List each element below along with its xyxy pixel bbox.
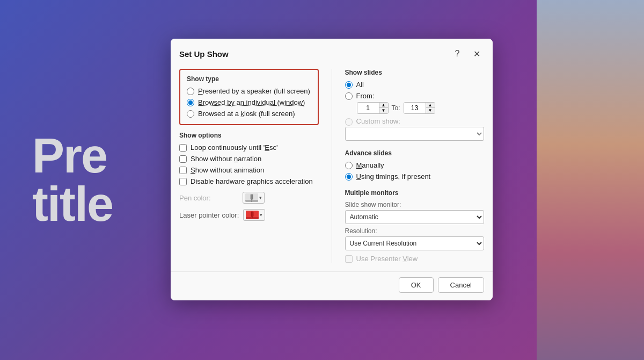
radio-custom-input[interactable] <box>345 118 353 126</box>
setup-show-dialog: Set Up Show ? ✕ Show type Presented by a… <box>171 39 493 300</box>
show-options-checkbox-group: Loop continuously until 'Esc' Show witho… <box>179 143 319 185</box>
radio-timings[interactable]: Using timings, if present <box>345 172 485 181</box>
presenter-view-input[interactable] <box>345 255 353 263</box>
radio-kiosk-label: Browsed at a kiosk (full screen) <box>198 110 295 118</box>
checkbox-no-animation[interactable]: Show without animation <box>179 166 319 174</box>
resolution-label: Resolution: <box>345 227 485 235</box>
pen-color-label: Pen color: <box>179 194 238 202</box>
pen-color-dropdown-arrow: ▾ <box>259 195 262 200</box>
pen-color-swatch <box>245 193 258 202</box>
resolution-select[interactable]: Use Current Resolution <box>345 236 485 250</box>
dialog-title-actions: ? ✕ <box>450 46 484 61</box>
radio-from-label: From: <box>356 92 375 100</box>
radio-speaker[interactable]: Presented by a speaker (full screen) <box>187 87 311 95</box>
radio-speaker-label: Presented by a speaker (full screen) <box>198 87 310 95</box>
from-to-row: ▲ ▼ To: ▲ ▼ <box>357 102 485 114</box>
radio-individual-input[interactable] <box>187 99 194 106</box>
from-spinner: ▲ ▼ <box>379 103 388 113</box>
radio-timings-label: Using timings, if present <box>356 172 431 181</box>
dialog-footer: OK Cancel <box>171 271 493 300</box>
multiple-monitors-section: Multiple monitors Slide show monitor: Au… <box>345 189 485 263</box>
checkbox-loop-label: Loop continuously until 'Esc' <box>191 143 278 152</box>
custom-show-select[interactable] <box>345 127 485 141</box>
from-spinner-up[interactable]: ▲ <box>379 103 388 108</box>
svg-marker-2 <box>251 195 253 200</box>
laser-color-row: Laser pointer color: ▾ <box>179 209 319 221</box>
show-slides-radio-group: All From: <box>345 81 485 100</box>
radio-all-input[interactable] <box>345 81 353 89</box>
svg-marker-6 <box>251 212 253 218</box>
laser-color-label: Laser pointer color: <box>179 211 239 219</box>
radio-individual[interactable]: Browsed by an individual (window) <box>187 98 311 106</box>
column-divider <box>332 69 332 263</box>
checkbox-disable-hw-input[interactable] <box>179 178 187 185</box>
presenter-view-label: Use Presenter View <box>356 255 418 263</box>
dialog-title: Set Up Show <box>179 49 229 59</box>
to-number-input[interactable] <box>404 103 426 113</box>
checkbox-no-narration-label: Show without narration <box>191 155 261 163</box>
show-type-radio-group: Presented by a speaker (full screen) Bro… <box>187 87 311 118</box>
checkbox-no-animation-input[interactable] <box>179 167 187 174</box>
dialog-body: Show type Presented by a speaker (full s… <box>171 67 493 271</box>
advance-slides-label: Advance slides <box>345 149 485 157</box>
checkbox-no-narration-input[interactable] <box>179 155 187 163</box>
radio-speaker-input[interactable] <box>187 88 194 95</box>
from-spinner-down[interactable]: ▼ <box>379 108 388 113</box>
close-button[interactable]: ✕ <box>469 46 484 61</box>
to-spinner-down[interactable]: ▼ <box>426 108 435 113</box>
to-label: To: <box>392 104 400 112</box>
checkbox-disable-hw[interactable]: Disable hardware graphics acceleration <box>179 177 319 185</box>
advance-slides-section: Advance slides Manually Using timings, i… <box>345 149 485 181</box>
radio-manually-label: Manually <box>356 161 384 169</box>
checkbox-loop-input[interactable] <box>179 144 187 152</box>
radio-custom-label: Custom show: <box>356 117 400 125</box>
radio-kiosk[interactable]: Browsed at a kiosk (full screen) <box>187 110 311 118</box>
radio-kiosk-input[interactable] <box>187 110 194 118</box>
ok-button[interactable]: OK <box>399 277 434 293</box>
right-column: Show slides All From: <box>345 69 485 263</box>
show-options-section: Show options Loop continuously until 'Es… <box>179 132 319 185</box>
help-button[interactable]: ? <box>450 46 465 61</box>
checkbox-disable-hw-label: Disable hardware graphics acceleration <box>191 177 313 185</box>
laser-color-swatch <box>246 211 259 219</box>
pen-color-button[interactable]: ▾ <box>243 192 265 204</box>
show-slides-label: Show slides <box>345 69 485 76</box>
radio-individual-label: Browsed by an individual (window) <box>198 98 305 106</box>
presenter-view-checkbox[interactable]: Use Presenter View <box>345 255 485 263</box>
pen-color-row: Pen color: ▾ <box>179 192 319 204</box>
laser-color-dropdown-arrow: ▾ <box>260 212 262 218</box>
radio-all[interactable]: All <box>345 81 485 89</box>
checkbox-no-narration[interactable]: Show without narration <box>179 155 319 163</box>
dialog-titlebar: Set Up Show ? ✕ <box>171 39 493 67</box>
to-number-wrap: ▲ ▼ <box>404 102 435 114</box>
to-spinner-up[interactable]: ▲ <box>426 103 435 108</box>
radio-all-label: All <box>356 81 364 89</box>
radio-from-input[interactable] <box>345 92 353 100</box>
cancel-button[interactable]: Cancel <box>438 277 484 293</box>
show-options-label: Show options <box>179 132 319 139</box>
show-type-section: Show type Presented by a speaker (full s… <box>179 69 319 125</box>
to-spinner: ▲ ▼ <box>426 103 435 113</box>
advance-slides-radio-group: Manually Using timings, if present <box>345 161 485 181</box>
radio-manually-input[interactable] <box>345 162 353 169</box>
show-type-label: Show type <box>187 75 311 83</box>
custom-show-row: Custom show: <box>345 117 485 126</box>
from-number-wrap: ▲ ▼ <box>357 102 389 114</box>
radio-manually[interactable]: Manually <box>345 161 485 169</box>
show-slides-section: Show slides All From: <box>345 69 485 141</box>
slideshow-monitor-select[interactable]: Automatic <box>345 210 485 224</box>
multiple-monitors-label: Multiple monitors <box>345 189 485 197</box>
presenter-view-row: Use Presenter View <box>345 255 485 263</box>
slideshow-monitor-label: Slide show monitor: <box>345 201 485 208</box>
from-number-input[interactable] <box>357 103 379 113</box>
radio-timings-input[interactable] <box>345 173 353 181</box>
laser-color-button[interactable]: ▾ <box>243 209 265 221</box>
radio-custom[interactable]: Custom show: <box>345 117 400 126</box>
left-column: Show type Presented by a speaker (full s… <box>179 69 319 263</box>
radio-from[interactable]: From: <box>345 92 485 100</box>
checkbox-loop[interactable]: Loop continuously until 'Esc' <box>179 143 319 152</box>
checkbox-no-animation-label: Show without animation <box>191 166 264 174</box>
